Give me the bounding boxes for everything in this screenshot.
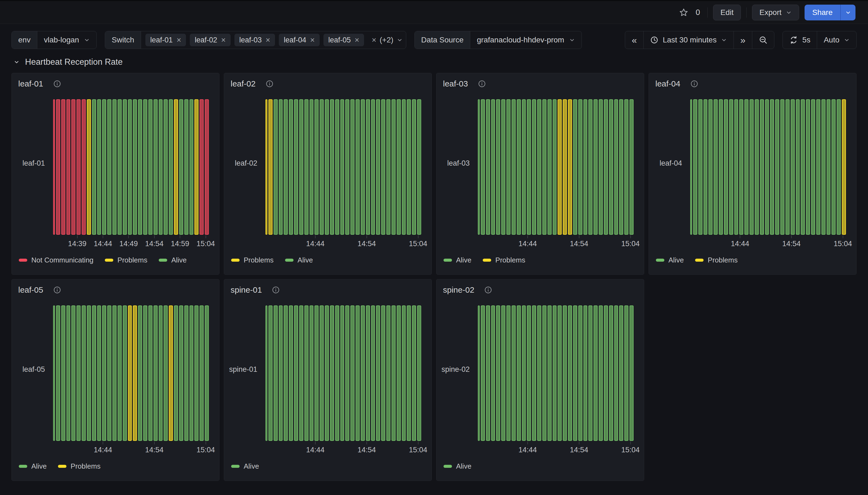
status-bar-alive [568,305,572,441]
status-bar-alive [397,99,401,235]
switch-tag-leaf-02[interactable]: leaf-02× [190,34,231,46]
time-shift-forward-button[interactable]: » [734,31,752,49]
legend-item-problems[interactable]: Problems [58,462,100,471]
status-bar-alive [609,99,613,235]
legend-item-alive[interactable]: Alive [19,462,47,471]
panel-title[interactable]: leaf-04 [655,79,681,88]
panel-title[interactable]: leaf-03 [443,79,468,88]
share-menu-button[interactable] [840,5,855,20]
refresh-button[interactable]: 5s [783,31,817,49]
time-range-picker[interactable]: Last 30 minutes [643,31,734,49]
status-bar-alive [837,99,841,235]
remove-tag-icon[interactable]: × [265,36,270,44]
panel-header: leaf-05 [12,279,219,298]
status-bar-alive [138,305,142,441]
status-bar-alive [320,99,324,235]
info-icon[interactable] [53,286,61,294]
x-axis: 14:4414:5415:04 [265,441,421,457]
info-icon[interactable] [272,286,280,294]
legend-item-alive[interactable]: Alive [444,462,471,471]
refresh-mode-dropdown[interactable]: Auto [817,31,856,49]
legend: AliveProblems [437,251,644,274]
legend-label: Alive [244,462,259,471]
export-button[interactable]: Export [752,5,799,20]
zoom-out-icon [759,36,768,44]
info-icon[interactable] [53,80,61,88]
legend-item-alive[interactable]: Alive [159,256,186,264]
status-bar-alive [184,99,189,235]
status-bar-alive [345,305,349,441]
row-header-heartbeat[interactable]: Heartbeat Reception Rate [0,49,868,67]
legend: AliveProblems [12,457,219,481]
bars-track [478,99,634,235]
clear-all-icon[interactable]: × [372,36,376,45]
status-bar-notcomm [71,99,76,235]
info-icon[interactable] [690,80,698,88]
switch-tag-leaf-01[interactable]: leaf-01× [145,34,186,46]
x-axis-tick [103,235,103,238]
panel-header: leaf-02 [224,73,431,92]
panel-leaf-05: leaf-05leaf-0514:4414:5415:04AliveProble… [12,279,219,481]
panel-title[interactable]: spine-02 [443,285,474,294]
status-bar-problems [133,305,137,441]
status-bar-problems [842,99,846,235]
panel-title[interactable]: spine-01 [231,285,262,294]
remove-tag-icon[interactable]: × [177,36,181,44]
status-bar-alive [392,305,396,441]
info-icon[interactable] [484,286,492,294]
panel-title[interactable]: leaf-05 [18,285,43,294]
switch-tag-label: leaf-04 [284,36,306,44]
bars-track [265,305,421,441]
time-zoom-out-button[interactable] [752,31,774,49]
status-bar-alive [486,99,490,235]
legend-swatch [285,259,294,262]
x-axis-label: 14:54 [145,240,164,248]
status-bar-alive [361,305,365,441]
legend-item-problems[interactable]: Problems [483,256,525,264]
panel-title[interactable]: leaf-01 [18,79,43,88]
legend-label: Problems [495,256,525,264]
legend-item-alive[interactable]: Alive [656,256,684,264]
legend-item-notcomm[interactable]: Not Communicating [19,256,93,264]
legend-item-problems[interactable]: Problems [231,256,274,264]
star-button[interactable] [679,8,688,17]
plot-area: 14:3914:4414:4914:5414:5915:04 [53,92,209,251]
status-bar-alive [284,99,288,235]
status-bar-alive [386,305,390,441]
switch-tag-leaf-05[interactable]: leaf-05× [324,34,364,46]
legend-item-alive[interactable]: Alive [285,256,313,264]
status-bar-alive [164,305,168,441]
datasource-label: Data Source [415,31,471,49]
switch-tag-leaf-03[interactable]: leaf-03× [234,34,275,46]
legend-swatch [58,465,66,468]
status-bar-alive [619,99,623,235]
switch-tag-leaf-04[interactable]: leaf-04× [279,34,320,46]
remove-tag-icon[interactable]: × [221,36,226,44]
edit-button[interactable]: Edit [713,5,741,20]
datasource-value-dropdown[interactable]: grafanacloud-hhdev-prom [470,31,582,49]
info-icon[interactable] [265,80,274,88]
share-button[interactable]: Share [805,5,840,20]
x-axis-tick [315,235,315,238]
legend-item-alive[interactable]: Alive [444,256,471,264]
legend-item-alive[interactable]: Alive [231,462,259,471]
switch-tag-label: leaf-01 [150,36,173,44]
env-value-dropdown[interactable]: vlab-logan [37,31,96,49]
info-icon[interactable] [478,80,486,88]
status-bar-alive [750,99,754,235]
time-shift-back-button[interactable]: « [625,31,643,49]
panel-header: leaf-01 [12,73,219,92]
remove-tag-icon[interactable]: × [355,36,359,44]
status-bar-notcomm [82,99,86,235]
status-bar-alive [816,99,820,235]
status-bar-alive [366,99,370,235]
switch-overflow-dropdown[interactable]: × (+2) [369,31,406,49]
status-bar-alive [371,305,375,441]
legend-label: Not Communicating [31,256,93,264]
remove-tag-icon[interactable]: × [310,36,315,44]
legend-item-problems[interactable]: Problems [695,256,738,264]
status-bar-alive [345,99,349,235]
panel-title[interactable]: leaf-02 [231,79,256,88]
status-bar-alive [593,305,597,441]
legend-item-problems[interactable]: Problems [105,256,147,264]
